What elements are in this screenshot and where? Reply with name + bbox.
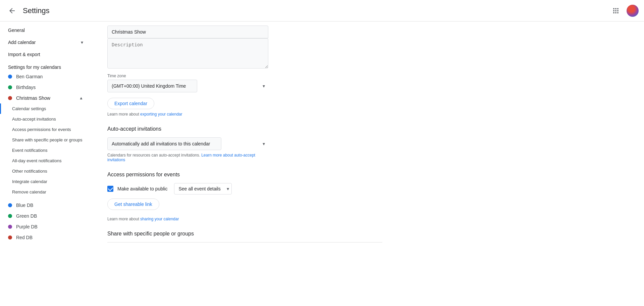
svg-point-1 (615, 8, 616, 9)
auto-accept-title: Auto-accept invitations (107, 126, 382, 132)
sidebar-item-import-export[interactable]: Import & export (0, 48, 91, 60)
description-field[interactable] (107, 38, 268, 69)
sidebar-calendar-red-db[interactable]: Red DB (0, 232, 91, 243)
avatar[interactable] (627, 5, 639, 17)
red-db-dot (8, 235, 12, 239)
sidebar-calendar-christmas-show[interactable]: Christmas Show ▲ (0, 93, 91, 103)
sub-item-other-notifications[interactable]: Other notifications (0, 166, 91, 176)
sub-item-access-permissions[interactable]: Access permissions for events (0, 124, 91, 135)
sidebar-calendar-purple-db[interactable]: Purple DB (0, 221, 91, 232)
svg-point-7 (615, 12, 616, 13)
sub-item-integrate-calendar[interactable]: Integrate calendar ← (0, 176, 91, 187)
sidebar-calendar-blue-db[interactable]: Blue DB (0, 200, 91, 211)
auto-accept-helper: Calendars for resources can auto-accept … (107, 153, 268, 162)
export-learn-more-link[interactable]: exporting your calendar (140, 112, 182, 117)
export-calendar-button[interactable]: Export calendar (107, 98, 154, 109)
my-calendars-section: Settings for my calendars (8, 64, 61, 70)
birthdays-dot (8, 85, 12, 89)
event-detail-select[interactable]: See all event details (174, 183, 232, 194)
share-section-title: Share with specific people or groups (107, 231, 382, 237)
blue-db-dot (8, 203, 12, 207)
auto-accept-select-wrapper: Automatically add all invitations to thi… (107, 137, 268, 150)
sub-item-auto-accept[interactable]: Auto-accept invitations (0, 114, 91, 124)
main-content: Time zone (GMT+00:00) United Kingdom Tim… (94, 0, 396, 306)
sidebar-calendar-green-db[interactable]: Green DB (0, 211, 91, 221)
christmas-show-chevron: ▲ (79, 96, 83, 100)
svg-point-6 (613, 12, 614, 13)
page-title: Settings (23, 6, 50, 15)
timezone-label: Time zone (107, 74, 268, 78)
top-bar-right (609, 4, 639, 17)
make-public-checkbox[interactable] (107, 186, 113, 192)
top-bar: Settings (0, 0, 644, 21)
sharing-helper-text: Learn more about sharing your calendar (107, 217, 268, 221)
get-shareable-link-button[interactable]: Get shareable link (107, 199, 159, 210)
sharing-learn-more-link[interactable]: sharing your calendar (140, 217, 179, 221)
sidebar: General Add calendar ▾ Import & export S… (0, 0, 94, 306)
svg-point-5 (617, 10, 619, 11)
svg-point-2 (617, 8, 619, 9)
svg-point-4 (615, 10, 616, 11)
access-permissions-title: Access permissions for events (107, 172, 382, 178)
svg-point-8 (617, 12, 619, 13)
sidebar-calendar-birthdays[interactable]: Birthdays (0, 82, 91, 93)
timezone-select-wrapper: (GMT+00:00) United Kingdom Time (107, 80, 268, 92)
christmas-show-sub-items: Calendar settings Auto-accept invitation… (0, 103, 94, 197)
sidebar-item-general[interactable]: General (0, 24, 91, 36)
sub-item-share-specific[interactable]: Share with specific people or groups (0, 135, 91, 145)
export-helper-text: Learn more about exporting your calendar (107, 112, 268, 117)
event-detail-select-wrapper: See all event details (174, 183, 232, 194)
sub-item-remove-calendar[interactable]: Remove calendar (0, 187, 91, 197)
sub-item-event-notifications[interactable]: Event notifications (0, 145, 91, 156)
timezone-section: Time zone (GMT+00:00) United Kingdom Tim… (107, 74, 268, 92)
sub-item-allday-notifications[interactable]: All-day event notifications (0, 156, 91, 166)
svg-point-0 (613, 8, 614, 9)
calendar-name-input[interactable] (107, 26, 268, 38)
sidebar-item-add-calendar[interactable]: Add calendar ▾ (0, 36, 91, 48)
top-bar-left: Settings (5, 4, 50, 17)
christmas-show-dot (8, 96, 12, 100)
auto-accept-select-wrapper-outer: Automatically add all invitations to thi… (107, 137, 268, 150)
timezone-select[interactable]: (GMT+00:00) United Kingdom Time (107, 80, 197, 92)
green-db-dot (8, 214, 12, 218)
svg-point-3 (613, 10, 614, 11)
ben-garman-dot (8, 75, 12, 79)
share-section-divider (107, 242, 382, 243)
purple-db-dot (8, 225, 12, 229)
make-public-row: Make available to public See all event d… (107, 183, 382, 194)
auto-accept-select[interactable]: Automatically add all invitations to thi… (107, 137, 221, 150)
chevron-down-icon: ▾ (81, 40, 83, 45)
make-public-label: Make available to public (117, 186, 167, 191)
back-button[interactable] (5, 4, 19, 17)
apps-button[interactable] (609, 4, 623, 17)
sub-item-calendar-settings[interactable]: Calendar settings (0, 103, 91, 114)
sidebar-calendar-ben-garman[interactable]: Ben Garman (0, 71, 91, 82)
